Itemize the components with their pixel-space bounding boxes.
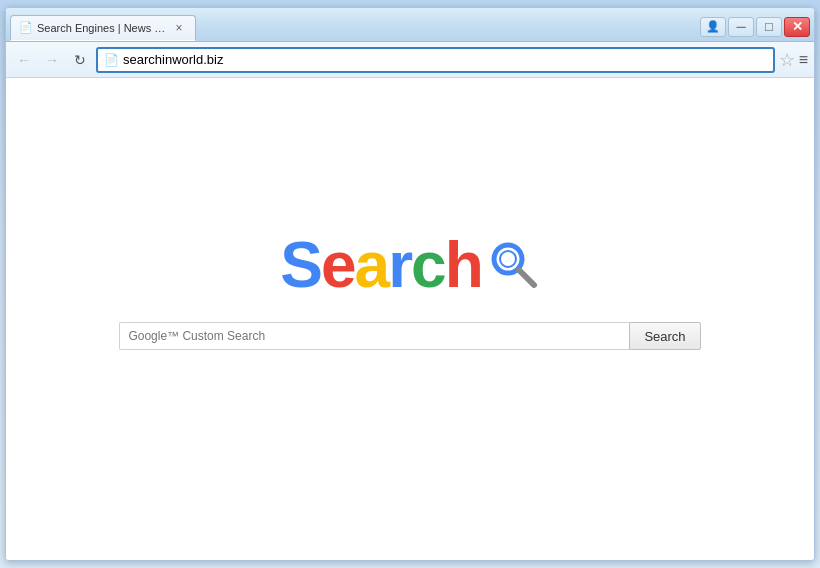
magnifier-icon	[488, 239, 540, 291]
tabs-area: 📄 Search Engines | News se... ×	[6, 8, 700, 41]
logo-letter-s: S	[280, 228, 321, 302]
active-tab[interactable]: 📄 Search Engines | News se... ×	[10, 15, 196, 41]
tab-page-icon: 📄	[19, 21, 33, 35]
minimize-button[interactable]: ─	[728, 17, 754, 37]
nav-bar: ← → ↻ 📄 ☆ ≡	[6, 42, 814, 78]
logo-letter-a: a	[355, 228, 389, 302]
menu-button[interactable]: ≡	[799, 51, 808, 69]
user-button[interactable]: 👤	[700, 17, 726, 37]
title-bar: 📄 Search Engines | News se... × 👤 ─ □ ✕	[6, 8, 814, 42]
maximize-button[interactable]: □	[756, 17, 782, 37]
address-page-icon: 📄	[104, 53, 119, 67]
tab-title: Search Engines | News se...	[37, 22, 167, 34]
search-input[interactable]	[119, 322, 629, 350]
back-button[interactable]: ←	[12, 48, 36, 72]
bookmark-button[interactable]: ☆	[779, 49, 795, 71]
refresh-button[interactable]: ↻	[68, 48, 92, 72]
logo-letter-e: e	[321, 228, 355, 302]
search-button[interactable]: Search	[629, 322, 700, 350]
forward-button[interactable]: →	[40, 48, 64, 72]
nav-right-buttons: ☆ ≡	[779, 49, 808, 71]
tab-close-button[interactable]: ×	[171, 20, 187, 36]
window-controls: 👤 ─ □ ✕	[700, 8, 814, 41]
search-logo: S e a r c h	[280, 228, 539, 302]
logo-letter-r: r	[388, 228, 411, 302]
svg-line-2	[519, 270, 534, 285]
svg-point-1	[500, 251, 516, 267]
close-button[interactable]: ✕	[784, 17, 810, 37]
page-content: S e a r c h Search	[6, 78, 814, 560]
logo-letter-h: h	[445, 228, 482, 302]
logo-letter-c: c	[411, 228, 445, 302]
address-input[interactable]	[123, 52, 767, 67]
browser-window: 📄 Search Engines | News se... × 👤 ─ □ ✕ …	[5, 7, 815, 561]
address-bar[interactable]: 📄	[96, 47, 775, 73]
search-bar-row: Search	[119, 322, 700, 350]
